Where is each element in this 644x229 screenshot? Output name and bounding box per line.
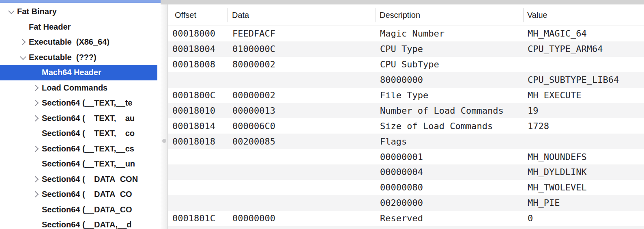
sidebar-item[interactable]: Section64 (__TEXT,__cs [0,141,157,157]
chevron-down-icon[interactable] [4,4,17,19]
chevron-down-icon[interactable] [16,50,29,65]
cell-description: 00000001 [380,149,423,164]
sidebar-item[interactable]: Executable (X86_64) [0,35,157,50]
sidebar-item-label: Load Commands [42,83,107,93]
sidebar-item[interactable]: Section64 (__TEXT,__au [0,111,157,126]
cell-description: 00200000 [380,195,423,211]
cell-value: 1728 [528,118,549,134]
cell-description: CPU Type [380,41,423,57]
sidebar-item[interactable]: Fat Binary [0,4,157,19]
table-row[interactable]: 00018018 00200085 Flags [168,134,644,149]
table-row[interactable]: 0001801C 00000000 Reserved 0 [168,211,644,226]
sidebar-item-label: Section64 (__DATA,__d [42,220,132,229]
table-row[interactable]: 00018008 80000002 CPU SubType [168,57,644,72]
sidebar-item[interactable]: Executable (???) [0,50,157,65]
macho-viewer-window: Fat Binary Fat Header Executable (X86_64… [0,0,644,229]
sidebar-item-label: Section64 (__TEXT,__co [42,129,135,138]
cell-value: MH_DYLDLINK [528,164,587,180]
sidebar-item[interactable]: Section64 (__TEXT,__un [0,156,157,172]
hex-table-pane: Offset Data Description Value 00018000 F… [168,0,644,229]
column-divider[interactable] [228,8,228,22]
sidebar-item[interactable]: Load Commands [0,80,157,96]
table-row[interactable]: 00000001 MH_NOUNDEFS [168,149,644,164]
table-row[interactable]: 80000000 CPU_SUBTYPE_LIB64 [168,72,644,88]
table-row[interactable]: 00018014 000006C0 Size of Load Commands … [168,118,644,134]
cell-offset: 00018004 [172,41,215,57]
sidebar: Fat Binary Fat Header Executable (X86_64… [0,0,161,229]
sidebar-item[interactable]: Section64 (__DATA_CO [0,187,157,202]
cell-description: Flags [380,134,407,149]
sidebar-item-label: Section64 (__DATA_CO [42,205,132,214]
sidebar-item[interactable]: Section64 (__TEXT,__co [0,126,157,141]
sidebar-item[interactable]: Fat Header [0,19,157,35]
table-header: Offset Data Description Value [168,4,644,26]
chevron-placeholder [29,126,42,141]
cell-description: Reserved [380,211,423,226]
chevron-right-icon[interactable] [29,187,42,202]
sidebar-item-label: Mach64 Header [42,68,101,77]
table-row-filler [168,226,644,229]
cell-description: Magic Number [380,26,444,41]
cell-description: File Type [380,88,428,103]
column-header-offset: Offset [175,4,196,26]
sidebar-item[interactable]: Mach64 Header [0,65,157,80]
cell-data: FEEDFACF [232,26,275,41]
cell-data: 00200085 [232,134,275,149]
cell-value: MH_MAGIC_64 [528,26,587,41]
table-row[interactable]: 00200000 MH_PIE [168,195,644,211]
cell-description: 00000004 [380,164,423,180]
cell-description: 00000080 [380,180,423,195]
sidebar-item[interactable]: Section64 (__DATA_CO [0,202,157,218]
chevron-right-icon[interactable] [29,172,42,187]
sidebar-item-label: Section64 (__TEXT,__te [42,98,132,108]
table-row[interactable]: 00018000 FEEDFACF Magic Number MH_MAGIC_… [168,26,644,41]
table-row[interactable]: 0001800C 00000002 File Type MH_EXECUTE [168,88,644,103]
cell-data: 80000002 [232,57,275,72]
chevron-placeholder [16,19,29,35]
sidebar-item-label: Fat Header [29,22,71,32]
sidebar-item[interactable]: Section64 (__DATA,__d [0,217,157,229]
cell-offset: 0001801C [172,211,215,226]
chevron-placeholder [29,202,42,218]
table-row[interactable]: 00018004 0100000C CPU Type CPU_TYPE_ARM6… [168,41,644,57]
cell-offset: 00018014 [172,118,215,134]
chevron-right-icon[interactable] [16,35,29,50]
table-row[interactable]: 00018010 00000013 Number of Load Command… [168,103,644,118]
cell-value: 19 [528,103,539,118]
cell-description: CPU SubType [380,57,439,72]
chevron-right-icon[interactable] [29,95,42,111]
chevron-placeholder [29,156,42,172]
cell-value: MH_EXECUTE [528,88,581,103]
column-divider[interactable] [376,8,376,22]
sidebar-item[interactable]: Section64 (__DATA_CON [0,172,157,187]
chevron-placeholder [29,217,42,229]
table-row[interactable]: 00000080 MH_TWOLEVEL [168,180,644,195]
chevron-right-icon[interactable] [29,141,42,157]
cell-offset: 00018008 [172,57,215,72]
column-header-description: Description [380,4,420,26]
cell-offset: 00018000 [172,26,215,41]
table-row[interactable]: 00000004 MH_DYLDLINK [168,164,644,180]
sidebar-item-label: Section64 (__TEXT,__au [42,114,135,123]
sidebar-item-label: Section64 (__DATA_CO [42,190,132,199]
column-header-value: Value [527,4,547,26]
chevron-right-icon[interactable] [29,111,42,126]
cell-description: 80000000 [380,72,423,88]
toolbar-edge-strip [161,0,644,4]
cell-data: 000006C0 [232,118,275,134]
cell-data: 00000000 [232,211,275,226]
pane-splitter[interactable] [161,0,168,229]
sidebar-item-label: Executable (X86_64) [29,37,109,47]
sidebar-item-label: Fat Binary [17,7,57,16]
table-body: 00018000 FEEDFACF Magic Number MH_MAGIC_… [168,26,644,229]
chevron-right-icon[interactable] [29,80,42,96]
sidebar-tree: Fat Binary Fat Header Executable (X86_64… [0,4,157,229]
sidebar-item-label: Section64 (__TEXT,__un [42,159,135,169]
pane-resize-handle-icon[interactable] [162,139,166,143]
cell-offset: 00018010 [172,103,215,118]
column-divider[interactable] [523,8,524,22]
cell-data: 0100000C [232,41,275,57]
cell-description: Size of Load Commands [380,118,493,134]
sidebar-item[interactable]: Section64 (__TEXT,__te [0,95,157,111]
sidebar-item-label: Section64 (__TEXT,__cs [42,144,134,153]
